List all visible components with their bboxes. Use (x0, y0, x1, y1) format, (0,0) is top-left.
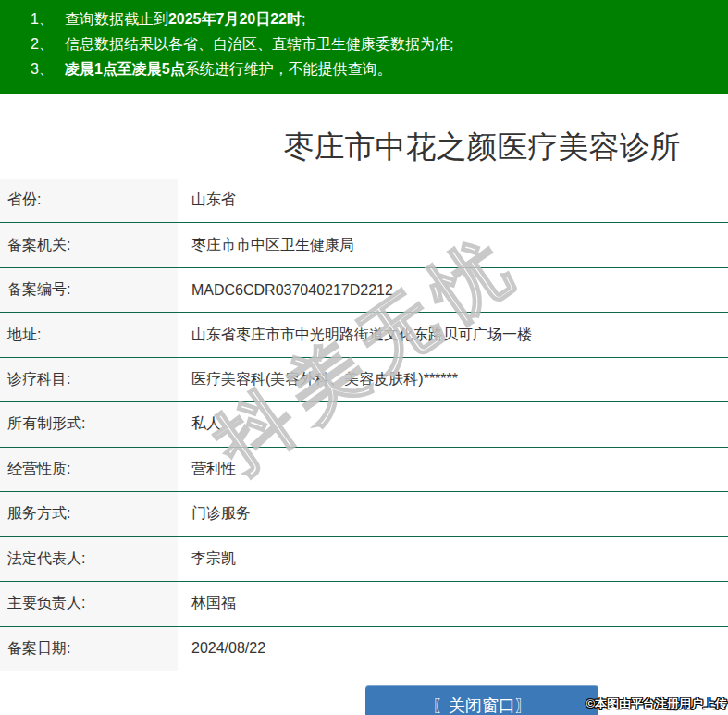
notice-text-bold: 凌晨1点至凌晨5点 (65, 61, 185, 77)
notice-text: ; (302, 11, 305, 27)
row-value: 2024/08/22 (178, 627, 265, 671)
notice-line-3: 3、凌晨1点至凌晨5点系统进行维护，不能提供查询。 (31, 56, 719, 81)
row-value: 林国福 (178, 582, 236, 625)
row-label: 诊疗科目: (0, 358, 178, 401)
row-label: 省份: (0, 179, 178, 222)
row-label: 主要负责人: (0, 582, 178, 625)
table-row-principal: 主要负责人: 林国福 (0, 582, 728, 626)
table-row-business-nature: 经营性质: 营利性 (0, 448, 728, 492)
close-window-button[interactable]: 〖关闭窗口〗 (365, 685, 598, 715)
row-value: 医疗美容科(美容外科、美容皮肤科)****** (178, 358, 458, 401)
row-label: 服务方式: (0, 492, 178, 536)
row-value: 门诊服务 (178, 492, 251, 536)
notice-line-1: 1、查询数据截止到2025年7月20日22时; (31, 6, 719, 31)
table-row-ownership: 所有制形式: 私人 (0, 402, 728, 447)
notice-number: 3、 (31, 61, 54, 77)
notice-line-2: 2、信息数据结果以各省、自治区、直辖市卫生健康委数据为准; (31, 31, 719, 56)
row-value: MADC6CDR037040217D2212 (178, 268, 393, 312)
row-value: 李宗凯 (178, 537, 236, 581)
row-label: 地址: (0, 313, 178, 356)
notice-text: 查询数据截止到 (65, 11, 168, 27)
clinic-title: 枣庄市中花之颜医疗美容诊所 (236, 130, 728, 163)
row-value: 私人 (178, 402, 221, 446)
row-value: 山东省 (178, 179, 236, 222)
row-label: 法定代表人: (0, 537, 178, 581)
notice-text: 信息数据结果以各省、自治区、直辖市卫生健康委数据为准; (65, 36, 453, 52)
notice-number: 1、 (31, 11, 54, 27)
notice-number: 2、 (31, 36, 54, 52)
row-label: 备案编号: (0, 268, 178, 312)
table-row-service-mode: 服务方式: 门诊服务 (0, 492, 728, 536)
photo-credit-watermark: ©本图由平台注册用户上传 (586, 696, 727, 712)
row-value: 营利性 (178, 448, 236, 491)
row-value: 枣庄市市中区卫生健康局 (178, 223, 354, 266)
notice-text-bold: 2025年7月20日22时 (168, 11, 302, 27)
row-label: 备案机关: (0, 223, 178, 266)
notice-bar: 1、查询数据截止到2025年7月20日22时; 2、信息数据结果以各省、自治区、… (0, 0, 728, 94)
row-label: 备案日期: (0, 627, 178, 671)
row-value: 山东省枣庄市市中光明路街道文化东路贝可广场一楼 (178, 313, 532, 356)
table-row-filing-date: 备案日期: 2024/08/22 (0, 627, 728, 671)
table-row-filing-authority: 备案机关: 枣庄市市中区卫生健康局 (0, 223, 728, 267)
table-row-filing-number: 备案编号: MADC6CDR037040217D2212 (0, 268, 728, 313)
table-row-legal-representative: 法定代表人: 李宗凯 (0, 537, 728, 582)
table-row-province: 省份: 山东省 (0, 179, 728, 223)
notice-text: 系统进行维护，不能提供查询。 (185, 61, 392, 77)
row-label: 经营性质: (0, 448, 178, 491)
table-row-departments: 诊疗科目: 医疗美容科(美容外科、美容皮肤科)****** (0, 358, 728, 402)
row-label: 所有制形式: (0, 402, 178, 446)
table-row-address: 地址: 山东省枣庄市市中光明路街道文化东路贝可广场一楼 (0, 313, 728, 357)
info-table: 省份: 山东省 备案机关: 枣庄市市中区卫生健康局 备案编号: MADC6CDR… (0, 179, 728, 671)
